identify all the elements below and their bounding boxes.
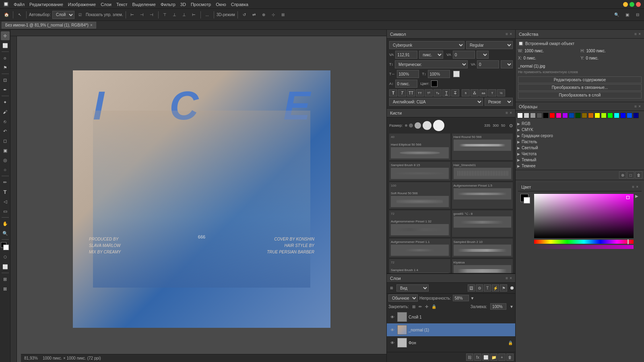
- format-btn-1[interactable]: fi: [462, 89, 470, 97]
- brushes-panel-close[interactable]: ×: [510, 111, 512, 115]
- font-size-input[interactable]: [395, 51, 417, 59]
- scale-h-input[interactable]: [397, 70, 419, 78]
- zoom-tool[interactable]: 🔍: [1, 229, 10, 238]
- panels-icon[interactable]: ⊟: [634, 11, 642, 19]
- screen-mode-tool[interactable]: ⬜: [1, 262, 10, 271]
- extra-tool-1[interactable]: ⊞: [1, 275, 10, 284]
- opacity-slider[interactable]: [534, 245, 634, 249]
- swatch-yellow-green[interactable]: [601, 113, 607, 118]
- anti-alias-select[interactable]: Резкое: [485, 98, 513, 106]
- canvas-area[interactable]: I C E PRODUCED BYSLAVA MARLOWMIX BY CREA…: [17, 36, 386, 362]
- fill-arrow[interactable]: ▼: [510, 304, 514, 309]
- swatch-group-darker[interactable]: ▶ Темнее: [516, 163, 644, 169]
- swatch-cyan-dark[interactable]: [569, 113, 574, 118]
- smallcaps-button[interactable]: TT: [416, 89, 424, 97]
- opacity-arrow[interactable]: ▼: [471, 296, 475, 300]
- swatch-red[interactable]: [549, 113, 555, 118]
- clone-tool[interactable]: ⎋: [1, 117, 10, 126]
- blend-mode-select[interactable]: Обычное: [388, 294, 418, 302]
- bg-color-swatch[interactable]: [524, 197, 530, 204]
- swatch-group-clean[interactable]: ▶ Чистота: [516, 151, 644, 157]
- properties-panel-close[interactable]: ×: [638, 32, 641, 36]
- brush-hard-elliptical[interactable]: 40 Hard Elliptical 50 566: [389, 134, 450, 160]
- background-color-swatch[interactable]: [3, 245, 9, 250]
- layer-visibility-bg[interactable]: 👁: [389, 339, 396, 346]
- dodge-tool[interactable]: ○: [1, 165, 10, 174]
- color-panel-menu[interactable]: ≡: [632, 185, 634, 189]
- convert-layer-button[interactable]: Преобразовать в слой: [518, 92, 642, 99]
- brush-sampled-8-15[interactable]: Sampled Brush 8 15: [389, 162, 450, 181]
- lock-all-icon[interactable]: 🔒: [431, 304, 436, 309]
- shape-tool[interactable]: ▭: [1, 207, 10, 216]
- transform-icon[interactable]: ⊕: [260, 11, 268, 19]
- marquee-tool[interactable]: ⬜: [1, 41, 10, 50]
- swatch-yellow[interactable]: [594, 113, 600, 118]
- extra-tool-2[interactable]: ⊠: [1, 284, 10, 293]
- layers-panel-menu[interactable]: ≡: [506, 276, 508, 280]
- pen-tool[interactable]: ✏: [1, 178, 10, 187]
- brush-hair-strands[interactable]: Hair_Strands01: [452, 162, 513, 181]
- layers-tool-5[interactable]: ⚑: [500, 284, 507, 292]
- menu-window[interactable]: Окно: [216, 2, 226, 7]
- menu-3d[interactable]: 3D: [180, 2, 186, 7]
- samples-panel-menu[interactable]: ≡: [634, 104, 637, 109]
- format-btn-5[interactable]: ½: [497, 89, 505, 97]
- blur-tool[interactable]: ◎: [1, 156, 10, 165]
- brush-size-3[interactable]: [415, 122, 421, 129]
- swatch-cyan[interactable]: [614, 113, 619, 118]
- layer-item-1[interactable]: 👁 Слой 1: [387, 311, 515, 323]
- align-bottom-icon[interactable]: ⊥: [180, 11, 188, 19]
- layers-filter-select[interactable]: Вид: [396, 284, 429, 292]
- eraser-tool[interactable]: ◻: [1, 136, 10, 145]
- color-saturation-field[interactable]: [534, 194, 634, 238]
- brush-aufg-1-1[interactable]: Aufgenommener Pinsel 1.1: [389, 239, 450, 257]
- samples-btn-2[interactable]: □: [627, 171, 634, 179]
- baseline-input[interactable]: [395, 80, 417, 88]
- brush-size-1[interactable]: [405, 124, 407, 127]
- arrow-tool-icon[interactable]: ↖: [16, 11, 24, 19]
- uppercase-button[interactable]: TT: [407, 89, 415, 97]
- color-panel-close[interactable]: ×: [636, 185, 638, 189]
- swatch-light-gray[interactable]: [524, 113, 529, 118]
- quick-mask-tool[interactable]: ⬡: [1, 253, 10, 261]
- hue-slider[interactable]: [534, 240, 634, 244]
- home-icon[interactable]: 🏠: [2, 11, 10, 19]
- menu-edit[interactable]: Редактирование: [29, 2, 63, 7]
- menu-file[interactable]: Файл: [14, 2, 25, 7]
- swatch-blue[interactable]: [620, 113, 626, 118]
- font-family-select[interactable]: Cyberpunk: [389, 41, 464, 49]
- leading-unit-select[interactable]: ▼: [501, 60, 513, 68]
- swatch-group-pastel[interactable]: ▶ Пастель: [516, 139, 644, 145]
- gradient-tool[interactable]: ▣: [1, 146, 10, 155]
- move-tool[interactable]: ✛: [1, 31, 10, 40]
- brush-reset-icon[interactable]: ⊙: [509, 123, 513, 128]
- scale-v-input[interactable]: [428, 70, 450, 78]
- lock-draw-icon[interactable]: ✏: [419, 304, 422, 309]
- lasso-tool[interactable]: ⌾: [1, 53, 10, 62]
- lock-move-icon[interactable]: ✛: [425, 304, 428, 309]
- layers-panel-close[interactable]: ×: [510, 276, 512, 280]
- metric-select[interactable]: Метрически:: [395, 60, 468, 68]
- layer-select[interactable]: Слой: [52, 11, 74, 19]
- brush-sampled-2-10[interactable]: Sampled Brush 2 10: [452, 239, 513, 257]
- underline-button[interactable]: T: [442, 89, 450, 97]
- align-center-h-icon[interactable]: ⊣: [138, 11, 146, 19]
- format-btn-2[interactable]: ⁂: [471, 89, 479, 97]
- edit-content-button[interactable]: Редактировать содержимое: [518, 76, 642, 83]
- close-button[interactable]: [636, 2, 641, 7]
- new-group-btn[interactable]: 📁: [490, 354, 497, 361]
- brush-soft-round[interactable]: 100 Soft Round 50 566: [389, 182, 450, 209]
- tracking-unit-select[interactable]: ▼: [477, 51, 489, 59]
- brush-size-4[interactable]: [423, 121, 431, 130]
- swatch-dark-gray[interactable]: [537, 113, 542, 118]
- swatch-brown[interactable]: [582, 113, 587, 118]
- color-expand-icon[interactable]: ▶: [635, 194, 639, 198]
- menu-layers[interactable]: Слои: [101, 2, 111, 7]
- swatch-blue-mid[interactable]: [627, 113, 632, 118]
- minimize-button[interactable]: [623, 2, 628, 7]
- path-selection-tool[interactable]: ◁: [1, 197, 10, 206]
- swatch-white[interactable]: [517, 113, 523, 118]
- properties-panel-menu[interactable]: ≡: [634, 32, 637, 36]
- swatch-group-rgb[interactable]: ▶ RGB: [516, 121, 644, 127]
- brush-goodls[interactable]: goodlS ⌥ - 8: [452, 210, 513, 237]
